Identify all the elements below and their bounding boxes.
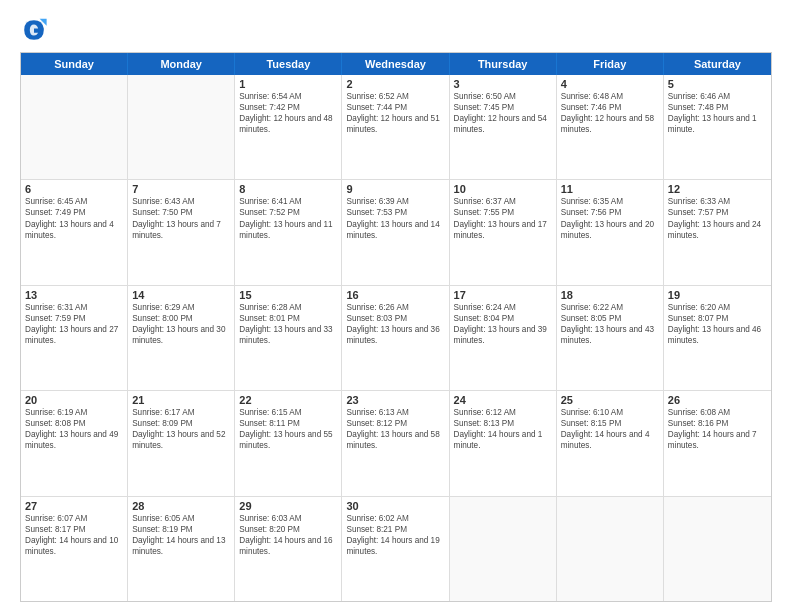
day-number: 25 [561,394,659,406]
cell-info: Daylight: 13 hours and 49 minutes. [25,429,123,451]
cell-info: Sunrise: 6:28 AM [239,302,337,313]
cell-info: Sunrise: 6:31 AM [25,302,123,313]
day-number: 19 [668,289,767,301]
cell-info: Daylight: 14 hours and 10 minutes. [25,535,123,557]
calendar-cell: 4Sunrise: 6:48 AMSunset: 7:46 PMDaylight… [557,75,664,179]
day-number: 18 [561,289,659,301]
day-number: 21 [132,394,230,406]
cell-info: Daylight: 13 hours and 27 minutes. [25,324,123,346]
cell-info: Daylight: 14 hours and 7 minutes. [668,429,767,451]
calendar-cell [450,497,557,601]
calendar-cell: 29Sunrise: 6:03 AMSunset: 8:20 PMDayligh… [235,497,342,601]
day-number: 16 [346,289,444,301]
calendar-row-2: 6Sunrise: 6:45 AMSunset: 7:49 PMDaylight… [21,180,771,285]
cell-info: Sunrise: 6:05 AM [132,513,230,524]
cell-info: Sunrise: 6:37 AM [454,196,552,207]
cell-info: Sunset: 8:19 PM [132,524,230,535]
logo [20,16,52,44]
calendar-cell: 25Sunrise: 6:10 AMSunset: 8:15 PMDayligh… [557,391,664,495]
day-number: 23 [346,394,444,406]
cell-info: Daylight: 14 hours and 13 minutes. [132,535,230,557]
day-number: 24 [454,394,552,406]
cell-info: Sunset: 7:42 PM [239,102,337,113]
header-day-friday: Friday [557,53,664,75]
cell-info: Daylight: 13 hours and 7 minutes. [132,219,230,241]
calendar-cell [664,497,771,601]
calendar-row-1: 1Sunrise: 6:54 AMSunset: 7:42 PMDaylight… [21,75,771,180]
cell-info: Sunset: 7:57 PM [668,207,767,218]
day-number: 29 [239,500,337,512]
cell-info: Daylight: 13 hours and 24 minutes. [668,219,767,241]
logo-icon [20,16,48,44]
calendar-cell: 11Sunrise: 6:35 AMSunset: 7:56 PMDayligh… [557,180,664,284]
cell-info: Sunset: 8:03 PM [346,313,444,324]
day-number: 12 [668,183,767,195]
cell-info: Sunset: 7:44 PM [346,102,444,113]
cell-info: Daylight: 13 hours and 4 minutes. [25,219,123,241]
cell-info: Sunrise: 6:26 AM [346,302,444,313]
cell-info: Sunrise: 6:46 AM [668,91,767,102]
calendar: SundayMondayTuesdayWednesdayThursdayFrid… [20,52,772,602]
cell-info: Sunset: 7:52 PM [239,207,337,218]
calendar-cell [128,75,235,179]
day-number: 27 [25,500,123,512]
cell-info: Sunset: 8:11 PM [239,418,337,429]
cell-info: Sunrise: 6:45 AM [25,196,123,207]
calendar-cell: 27Sunrise: 6:07 AMSunset: 8:17 PMDayligh… [21,497,128,601]
cell-info: Daylight: 14 hours and 4 minutes. [561,429,659,451]
header [20,16,772,44]
day-number: 13 [25,289,123,301]
cell-info: Daylight: 13 hours and 52 minutes. [132,429,230,451]
calendar-cell: 28Sunrise: 6:05 AMSunset: 8:19 PMDayligh… [128,497,235,601]
calendar-cell: 15Sunrise: 6:28 AMSunset: 8:01 PMDayligh… [235,286,342,390]
cell-info: Daylight: 13 hours and 36 minutes. [346,324,444,346]
cell-info: Sunset: 8:13 PM [454,418,552,429]
cell-info: Sunrise: 6:48 AM [561,91,659,102]
cell-info: Sunrise: 6:20 AM [668,302,767,313]
cell-info: Daylight: 14 hours and 19 minutes. [346,535,444,557]
calendar-cell: 19Sunrise: 6:20 AMSunset: 8:07 PMDayligh… [664,286,771,390]
day-number: 14 [132,289,230,301]
day-number: 7 [132,183,230,195]
cell-info: Sunrise: 6:08 AM [668,407,767,418]
cell-info: Daylight: 13 hours and 11 minutes. [239,219,337,241]
calendar-cell: 9Sunrise: 6:39 AMSunset: 7:53 PMDaylight… [342,180,449,284]
cell-info: Daylight: 12 hours and 58 minutes. [561,113,659,135]
cell-info: Daylight: 13 hours and 20 minutes. [561,219,659,241]
day-number: 28 [132,500,230,512]
day-number: 9 [346,183,444,195]
day-number: 10 [454,183,552,195]
cell-info: Sunset: 7:59 PM [25,313,123,324]
cell-info: Sunset: 7:53 PM [346,207,444,218]
calendar-cell: 20Sunrise: 6:19 AMSunset: 8:08 PMDayligh… [21,391,128,495]
cell-info: Daylight: 13 hours and 14 minutes. [346,219,444,241]
calendar-row-5: 27Sunrise: 6:07 AMSunset: 8:17 PMDayligh… [21,497,771,601]
day-number: 4 [561,78,659,90]
cell-info: Sunrise: 6:39 AM [346,196,444,207]
cell-info: Sunset: 8:04 PM [454,313,552,324]
page: SundayMondayTuesdayWednesdayThursdayFrid… [0,0,792,612]
calendar-row-4: 20Sunrise: 6:19 AMSunset: 8:08 PMDayligh… [21,391,771,496]
cell-info: Sunset: 7:46 PM [561,102,659,113]
calendar-cell: 5Sunrise: 6:46 AMSunset: 7:48 PMDaylight… [664,75,771,179]
cell-info: Sunset: 8:20 PM [239,524,337,535]
day-number: 1 [239,78,337,90]
cell-info: Sunset: 7:48 PM [668,102,767,113]
calendar-cell: 2Sunrise: 6:52 AMSunset: 7:44 PMDaylight… [342,75,449,179]
cell-info: Sunrise: 6:07 AM [25,513,123,524]
calendar-cell [557,497,664,601]
cell-info: Daylight: 12 hours and 51 minutes. [346,113,444,135]
calendar-cell: 13Sunrise: 6:31 AMSunset: 7:59 PMDayligh… [21,286,128,390]
cell-info: Sunrise: 6:41 AM [239,196,337,207]
cell-info: Sunset: 8:21 PM [346,524,444,535]
calendar-cell: 23Sunrise: 6:13 AMSunset: 8:12 PMDayligh… [342,391,449,495]
calendar-cell: 16Sunrise: 6:26 AMSunset: 8:03 PMDayligh… [342,286,449,390]
cell-info: Sunset: 7:45 PM [454,102,552,113]
cell-info: Sunrise: 6:19 AM [25,407,123,418]
day-number: 22 [239,394,337,406]
cell-info: Sunrise: 6:24 AM [454,302,552,313]
calendar-cell: 26Sunrise: 6:08 AMSunset: 8:16 PMDayligh… [664,391,771,495]
day-number: 8 [239,183,337,195]
calendar-cell: 7Sunrise: 6:43 AMSunset: 7:50 PMDaylight… [128,180,235,284]
cell-info: Sunset: 8:16 PM [668,418,767,429]
